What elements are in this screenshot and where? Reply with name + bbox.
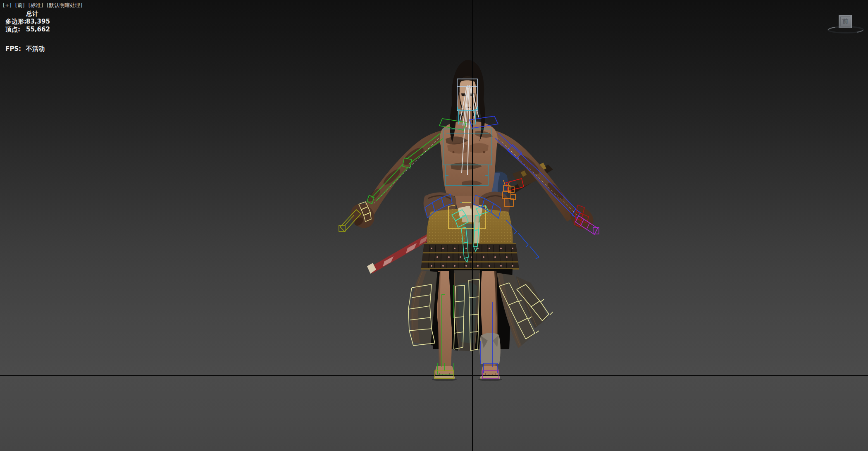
stats-fps-row: FPS: 不活动 bbox=[5, 45, 50, 53]
lamellar-band bbox=[421, 243, 519, 270]
stats-polys-row: 多边形: 83,395 bbox=[5, 18, 50, 26]
viewport-menu-shading[interactable]: [默认明暗处理] bbox=[47, 2, 82, 9]
character-model[interactable] bbox=[346, 60, 598, 381]
statistics-panel: 总计 多边形: 83,395 顶点: 55,662 FPS: 不活动 bbox=[5, 10, 50, 53]
viewport-label-row: [+] [前] [标准] [默认明暗处理] bbox=[3, 2, 83, 9]
stats-verts-label: 顶点: bbox=[5, 26, 26, 33]
stats-verts-value: 55,662 bbox=[26, 26, 50, 33]
viewport-menu-pov[interactable]: [前] bbox=[15, 2, 25, 9]
stats-fps-label: FPS: bbox=[5, 45, 26, 53]
stats-fps-value: 不活动 bbox=[26, 45, 45, 53]
viewcube-front-face-label[interactable]: 前 bbox=[842, 18, 848, 25]
viewport-menu-general[interactable]: [+] bbox=[3, 2, 12, 9]
stats-verts-row: 顶点: 55,662 bbox=[5, 26, 50, 33]
scene-canvas[interactable] bbox=[0, 0, 868, 451]
stats-polys-label: 多边形: bbox=[5, 18, 26, 26]
stats-total-label: 总计 bbox=[26, 10, 38, 18]
stats-total-row: 总计 bbox=[5, 10, 50, 18]
viewport-menu-standard[interactable]: [标准] bbox=[29, 2, 43, 9]
viewcube[interactable]: 前 bbox=[839, 15, 852, 28]
stats-polys-value: 83,395 bbox=[26, 18, 50, 26]
feet bbox=[432, 366, 502, 381]
viewport[interactable]: [+] [前] [标准] [默认明暗处理] 总计 多边形: 83,395 顶点:… bbox=[0, 0, 868, 451]
